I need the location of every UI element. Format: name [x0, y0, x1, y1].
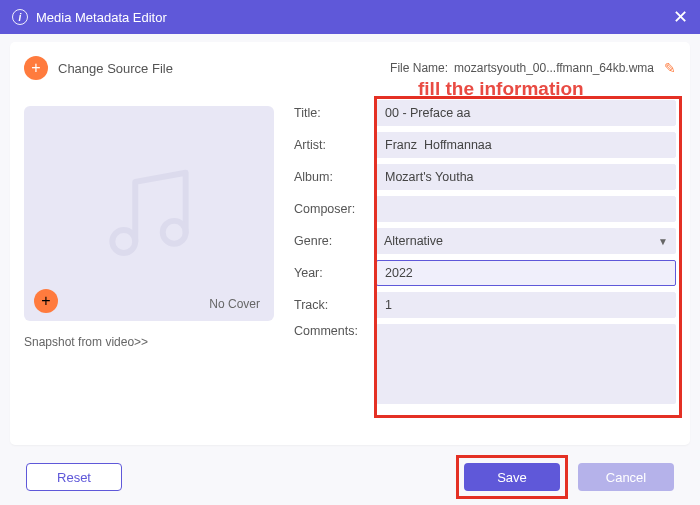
edit-filename-icon[interactable]: ✎	[664, 60, 676, 76]
artist-label: Artist:	[294, 138, 376, 152]
comments-input[interactable]	[376, 324, 676, 404]
title-bar: i Media Metadata Editor ✕	[0, 0, 700, 34]
reset-button[interactable]: Reset	[26, 463, 122, 491]
album-input[interactable]	[376, 164, 676, 190]
track-input[interactable]	[376, 292, 676, 318]
bottom-bar: Reset Save Cancel	[0, 453, 700, 505]
panel-header: + Change Source File File Name: mozartsy…	[24, 56, 676, 80]
comments-label: Comments:	[294, 324, 376, 338]
save-button[interactable]: Save	[464, 463, 560, 491]
svg-point-1	[163, 220, 186, 243]
plus-icon: +	[41, 292, 50, 310]
change-source-button[interactable]: +	[24, 56, 48, 80]
file-name-value: mozartsyouth_00...ffmann_64kb.wma	[454, 61, 654, 75]
plus-icon: +	[31, 60, 40, 76]
window-title: Media Metadata Editor	[36, 10, 167, 25]
cover-column: No Cover + Snapshot from video>>	[24, 86, 274, 445]
main-panel: + Change Source File File Name: mozartsy…	[10, 42, 690, 445]
info-icon: i	[12, 9, 28, 25]
track-label: Track:	[294, 298, 376, 312]
file-name-label: File Name:	[390, 61, 448, 75]
title-label: Title:	[294, 106, 376, 120]
chevron-down-icon: ▼	[658, 236, 668, 247]
artist-input[interactable]	[376, 132, 676, 158]
year-label: Year:	[294, 266, 376, 280]
change-source-label[interactable]: Change Source File	[58, 61, 173, 76]
title-input[interactable]	[376, 100, 676, 126]
cover-art-box: No Cover +	[24, 106, 274, 321]
genre-label: Genre:	[294, 234, 376, 248]
no-cover-label: No Cover	[209, 297, 260, 311]
snapshot-link[interactable]: Snapshot from video>>	[24, 335, 274, 349]
form-column: Title: Artist: Album: Composer: Genre: A…	[294, 86, 676, 445]
close-icon[interactable]: ✕	[673, 6, 688, 28]
main-row: No Cover + Snapshot from video>> Title: …	[24, 86, 676, 445]
file-name-header: File Name: mozartsyouth_00...ffmann_64kb…	[390, 60, 676, 76]
genre-value: Alternative	[384, 234, 443, 248]
svg-point-0	[112, 230, 135, 253]
year-input[interactable]	[376, 260, 676, 286]
cancel-button[interactable]: Cancel	[578, 463, 674, 491]
add-cover-button[interactable]: +	[34, 289, 58, 313]
album-label: Album:	[294, 170, 376, 184]
genre-select[interactable]: Alternative ▼	[376, 228, 676, 254]
music-note-icon	[94, 159, 204, 269]
composer-label: Composer:	[294, 202, 376, 216]
composer-input[interactable]	[376, 196, 676, 222]
